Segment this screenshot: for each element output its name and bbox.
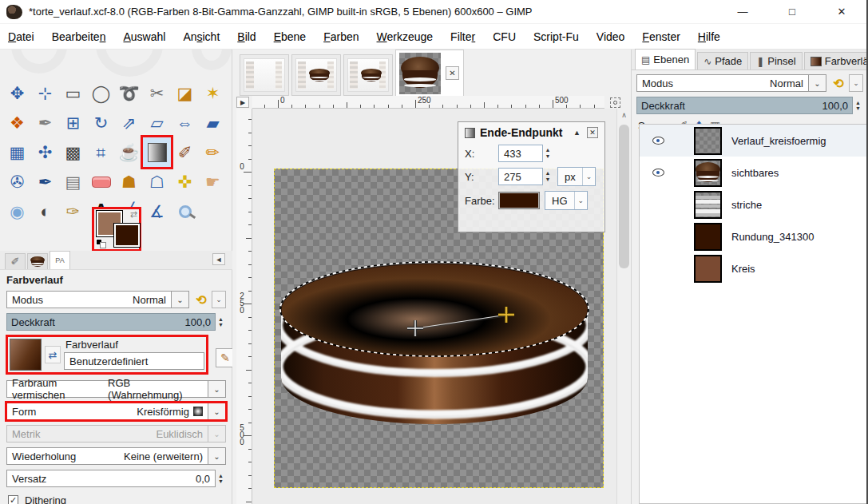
- menu-auswahl[interactable]: Auswahl: [123, 30, 165, 43]
- tab-close-icon[interactable]: ✕: [446, 66, 459, 80]
- ellipse-select-tool[interactable]: ◯: [87, 78, 115, 108]
- foreground-select-tool[interactable]: ◪: [171, 78, 199, 108]
- perspective-clone-tool[interactable]: ☖: [143, 167, 171, 196]
- layer-row-striche[interactable]: striche: [640, 189, 868, 220]
- ink-tool[interactable]: ✒: [31, 167, 59, 196]
- opacity-spinner[interactable]: ▲▼: [216, 313, 226, 331]
- color-source-select[interactable]: HG⌄: [545, 191, 588, 210]
- select-by-color-tool[interactable]: ❖: [3, 108, 31, 137]
- x-spinner[interactable]: ▲▼: [543, 145, 553, 162]
- cage-transform-tool[interactable]: ⌗: [87, 137, 115, 167]
- gradient-preview-swatch[interactable]: [10, 339, 42, 371]
- pattern-tool[interactable]: ▩: [59, 137, 87, 167]
- maximize-button[interactable]: □: [767, 0, 817, 23]
- blend-space-dropdown-icon[interactable]: ⌄: [208, 380, 226, 398]
- menu-cfu[interactable]: CFU: [493, 30, 516, 43]
- warp-tool[interactable]: ✣: [31, 137, 59, 167]
- ruler-menu-button[interactable]: ▶: [236, 97, 249, 108]
- move-tool[interactable]: ✥: [3, 78, 31, 108]
- mode-extra-dropdown-icon[interactable]: ⌄: [212, 291, 226, 308]
- calligraphy-tool[interactable]: ✑: [59, 196, 87, 226]
- dock-collapse-button[interactable]: ◄: [212, 253, 225, 265]
- rotate-tool[interactable]: ↻: [87, 108, 115, 137]
- menu-datei[interactable]: Datei: [8, 30, 34, 43]
- menu-werkzeuge[interactable]: Werkzeuge: [377, 30, 434, 43]
- vertical-ruler[interactable]: 0250500: [236, 109, 252, 504]
- layer-row-sichtbares[interactable]: sichtbares: [640, 157, 868, 189]
- image-tab-4[interactable]: ✕: [395, 50, 464, 96]
- bucket-fill-tool[interactable]: ☕: [115, 137, 143, 167]
- offset-field[interactable]: Versatz 0,0: [6, 470, 216, 487]
- heal-tool[interactable]: ✜: [171, 167, 199, 196]
- gradient-tool[interactable]: [143, 137, 171, 167]
- minimize-button[interactable]: —: [718, 0, 767, 23]
- zoom-fit-toggle-icon[interactable]: [608, 96, 623, 109]
- menu-hilfe[interactable]: Hilfe: [698, 30, 720, 43]
- menu-fenster[interactable]: Fenster: [642, 30, 680, 43]
- tab-pinsel[interactable]: ❚Pinsel: [750, 52, 802, 69]
- image-tab-2[interactable]: [291, 54, 341, 96]
- layer-visibility-toggle[interactable]: [640, 137, 676, 145]
- free-select-tool[interactable]: ➰: [115, 78, 143, 108]
- blur-sharpen-tool[interactable]: ◉: [3, 196, 31, 226]
- vertical-scrollbar[interactable]: ∧: [616, 109, 631, 504]
- offset-spinner[interactable]: ▲▼: [216, 470, 226, 487]
- y-input[interactable]: 275: [498, 168, 543, 185]
- fuzzy-select-tool[interactable]: ✶: [199, 78, 227, 108]
- horizontal-ruler[interactable]: 0250500: [252, 96, 604, 109]
- flip-tool[interactable]: ⇔: [171, 108, 199, 137]
- layer-row-Rundung_341300[interactable]: Rundung_341300: [640, 220, 868, 252]
- repeat-combobox[interactable]: Wiederholung Keine (erweitern): [6, 447, 208, 465]
- layer-opacity-slider[interactable]: Deckkraft 100,0: [636, 97, 853, 114]
- menu-bild[interactable]: Bild: [237, 30, 256, 43]
- shape-combobox[interactable]: Form Kreisförmig: [6, 403, 208, 420]
- dialog-close-icon[interactable]: ✕: [587, 127, 598, 138]
- opacity-slider[interactable]: Deckkraft 100,0: [6, 313, 216, 331]
- default-colors-icon[interactable]: [96, 239, 107, 248]
- mode-reset-icon[interactable]: ⟲: [192, 291, 210, 308]
- scroll-up-icon[interactable]: ∧: [617, 109, 631, 121]
- endpoint-color-swatch[interactable]: [498, 192, 540, 209]
- blend-space-combobox[interactable]: Farbraum vermischen RGB (Wahrnehmung): [6, 380, 208, 398]
- shape-dropdown-icon[interactable]: ⌄: [208, 403, 226, 420]
- smudge-tool[interactable]: ☛: [199, 167, 227, 196]
- image-tab-1[interactable]: [240, 54, 289, 96]
- dock-tab-tool-options[interactable]: ✐: [5, 253, 26, 269]
- shear-tool[interactable]: ▱: [143, 108, 171, 137]
- layer-mode-reset-icon[interactable]: ⟲: [830, 74, 847, 92]
- 3d-transform-tool[interactable]: ▦: [3, 137, 31, 167]
- scale-tool[interactable]: ⇗: [115, 108, 143, 137]
- eraser-tool[interactable]: [87, 167, 115, 196]
- align-tool[interactable]: ⊹: [31, 78, 59, 108]
- tab-farbverlaeufe[interactable]: Farbverläufe: [804, 52, 868, 69]
- paths-tool[interactable]: ✒: [31, 108, 59, 137]
- layer-row-Verlauf_kreisfoermig[interactable]: Verlauf_kreisfoermig: [640, 125, 868, 157]
- x-input[interactable]: 433: [498, 145, 543, 162]
- mypaint-brush-tool[interactable]: ▤: [59, 167, 87, 196]
- layer-mode-extra-dropdown-icon[interactable]: ⌄: [849, 74, 863, 92]
- menu-video[interactable]: Video: [597, 30, 625, 43]
- close-button[interactable]: ✕: [817, 0, 866, 23]
- layer-row-Kreis[interactable]: Kreis: [640, 252, 868, 284]
- menu-ebene[interactable]: Ebene: [274, 30, 307, 43]
- background-color-swatch[interactable]: [114, 224, 140, 247]
- repeat-dropdown-icon[interactable]: ⌄: [208, 447, 226, 465]
- paintbrush-tool[interactable]: ✐: [171, 137, 199, 167]
- pencil-tool[interactable]: ✏: [199, 137, 227, 167]
- unified-transform-tool[interactable]: ⊞: [59, 108, 87, 137]
- menu-ansicht[interactable]: Ansicht: [183, 30, 220, 43]
- swap-colors-icon[interactable]: ⇄: [130, 209, 137, 220]
- mode-dropdown-icon[interactable]: ⌄: [172, 291, 189, 308]
- dodge-burn-tool[interactable]: ◐: [31, 196, 59, 226]
- layer-mode-dropdown-icon[interactable]: ⌄: [809, 74, 826, 92]
- zoom-tool[interactable]: [171, 196, 199, 226]
- menu-bearbeiten[interactable]: Bearbeiten: [52, 30, 106, 43]
- dialog-collapse-icon[interactable]: ▲: [573, 129, 581, 137]
- clone-tool[interactable]: ☗: [115, 167, 143, 196]
- tab-pfade[interactable]: ∿Pfade: [697, 52, 748, 69]
- scrollbar-thumb[interactable]: [619, 125, 629, 268]
- airbrush-tool[interactable]: ✇: [3, 167, 31, 196]
- layer-mode-combobox[interactable]: Modus Normal: [636, 74, 809, 92]
- tab-ebenen[interactable]: ▤Ebenen: [635, 49, 696, 69]
- menu-script-fu[interactable]: Script-Fu: [533, 30, 579, 43]
